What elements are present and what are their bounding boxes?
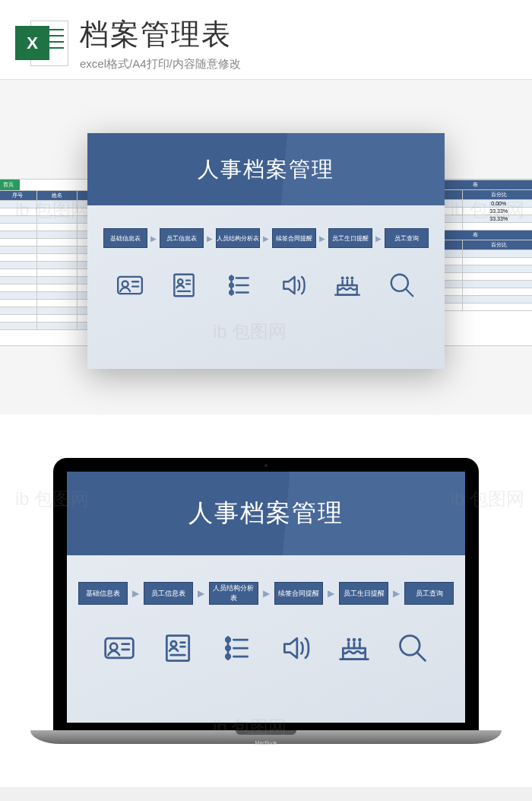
col-header: 序号 [0,191,37,201]
title-block: 档案管理表 excel格式/A4打印/内容随意修改 [80,15,517,72]
card-title: 人事档案管理 [188,497,344,530]
flow-step[interactable]: 员工生日提醒 [328,228,372,248]
flow-row: 基础信息表 ▶ 员工信息表 ▶ 人员结构分析表 ▶ 续签合同提醒 ▶ 员工生日提… [67,555,465,624]
icon-row [87,263,445,307]
svg-line-25 [406,289,413,297]
flow-step[interactable]: 员工信息表 [160,228,204,248]
icon-row [67,624,465,672]
sheet-tab: 首页 [0,180,20,190]
svg-rect-30 [166,636,188,661]
svg-point-22 [347,278,349,279]
arrow-icon: ▶ [375,234,382,243]
col-header: 百分比 [463,240,532,250]
col-header: 百分比 [463,190,532,200]
flow-step[interactable]: 人员结构分析表 [216,228,260,248]
excel-letter: X [27,33,38,53]
laptop-area: 人事档案管理 基础信息表 ▶ 员工信息表 ▶ 人员结构分析表 ▶ 续签合同提醒 … [0,415,532,787]
cell [463,250,532,258]
svg-point-5 [179,279,183,284]
arrow-icon: ▶ [207,234,213,243]
id-card-icon [103,631,136,665]
speaker-icon [279,631,312,665]
flow-step[interactable]: 续签合同提醒 [274,582,324,605]
template-card: 人事档案管理 基础信息表 ▶ 员工信息表 ▶ 人员结构分析表 ▶ 续签合同提醒 … [87,133,445,369]
arrow-icon: ▶ [263,588,270,599]
laptop-camera [264,464,268,467]
flow-step[interactable]: 员工查询 [385,228,429,248]
card-title: 人事档案管理 [198,155,334,184]
birthday-cake-icon [337,631,371,665]
laptop-brand: MacBook [255,740,277,745]
svg-point-48 [353,639,355,640]
arrow-icon: ▶ [132,588,139,599]
svg-point-47 [348,639,350,640]
arrow-icon: ▶ [393,588,400,599]
page-header: X 档案管理表 excel格式/A4打印/内容随意修改 [0,0,532,80]
page-subtitle: excel格式/A4打印/内容随意修改 [80,57,517,72]
cell: 33.33% [463,215,532,223]
flow-step[interactable]: 员工查询 [404,582,454,605]
col-header: 姓名 [37,191,77,201]
svg-point-1 [122,281,128,287]
profile-list-icon [161,631,195,665]
svg-line-51 [417,653,426,661]
flow-step[interactable]: 基础信息表 [103,228,147,248]
structure-icon [220,631,253,665]
arrow-icon: ▶ [319,234,325,243]
profile-list-icon [169,271,198,300]
cell: 0.00% [463,200,532,208]
laptop-frame: 人事档案管理 基础信息表 ▶ 员工信息表 ▶ 人员结构分析表 ▶ 续签合同提醒 … [53,458,479,730]
laptop-base: MacBook [30,730,502,744]
arrow-icon: ▶ [263,234,269,243]
page-title: 档案管理表 [80,15,517,54]
svg-rect-4 [175,275,194,297]
flow-step[interactable]: 续签合同提醒 [272,228,316,248]
svg-point-49 [359,639,360,640]
flow-step[interactable]: 员工信息表 [144,582,193,605]
search-icon [388,271,416,300]
svg-point-27 [110,644,117,650]
arrow-icon: ▶ [198,588,204,599]
search-icon [396,631,429,665]
laptop-screen: 人事档案管理 基础信息表 ▶ 员工信息表 ▶ 人员结构分析表 ▶ 续签合同提醒 … [67,472,465,723]
svg-point-21 [342,278,344,279]
arrow-icon: ▶ [150,234,157,243]
card-header: 人事档案管理 [87,133,445,205]
excel-icon: X [15,17,68,70]
id-card-icon [116,271,144,300]
flow-row: 基础信息表 ▶ 员工信息表 ▶ 人员结构分析表 ▶ 续签合同提醒 ▶ 员工生日提… [87,205,445,263]
birthday-cake-icon [333,271,362,300]
arrow-icon: ▶ [328,588,334,599]
card-header: 人事档案管理 [67,472,465,555]
svg-point-23 [352,278,353,279]
flow-step[interactable]: 基础信息表 [78,582,128,605]
flow-step[interactable]: 人员结构分析表 [209,582,258,605]
speaker-icon [279,271,308,300]
laptop-mockup: 人事档案管理 基础信息表 ▶ 员工信息表 ▶ 人员结构分析表 ▶ 续签合同提醒 … [53,458,479,744]
flow-step[interactable]: 员工生日提醒 [339,582,388,605]
svg-point-31 [171,641,176,647]
preview-area: 首页 序号姓名性别 布 人数百分比 00.00% 133.33% 133.33%… [0,80,532,415]
cell: 33.33% [463,208,532,215]
structure-icon [224,271,253,300]
